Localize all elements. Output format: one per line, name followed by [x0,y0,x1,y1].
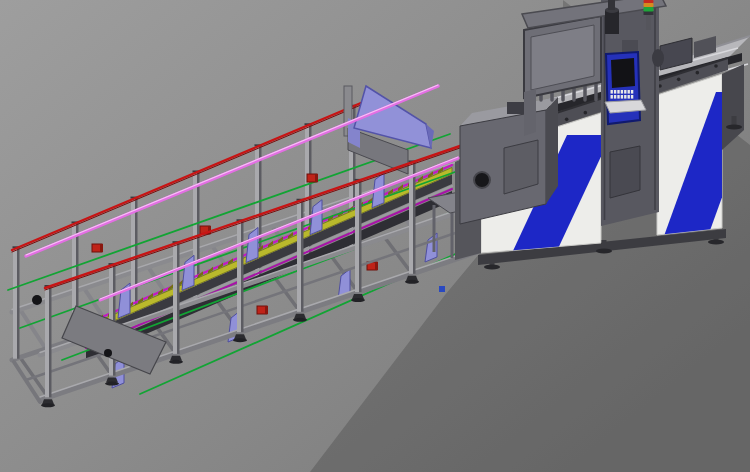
signal-light-green [644,7,654,12]
foot-pad [105,382,119,386]
chuck-side [546,97,558,204]
key [611,90,613,94]
foot-pad [293,318,307,322]
signal-light-red [644,0,654,3]
front-post [45,287,49,397]
end-roller [32,295,42,305]
front-post-shade [413,162,416,273]
bolt [677,78,681,82]
rotary-chuck-cylinder [652,49,664,67]
chuck-bore [474,172,490,188]
end-roller [104,349,112,357]
key [628,95,630,99]
coolant-box [439,286,445,292]
signal-light-amber [644,3,654,7]
servo-cylinder [605,10,619,34]
machine-foot-pad [708,240,724,245]
key [614,95,616,99]
key [614,90,616,94]
key [617,95,619,99]
motor-end [315,174,318,182]
key [631,95,633,99]
motor-end [375,262,378,270]
chuck-access-plate [504,140,538,194]
front-post [237,221,241,332]
cad-viewport [0,0,750,472]
machine-foot-pad [484,265,500,270]
key [624,95,626,99]
machine-render [0,0,750,472]
signal-base [644,11,654,15]
foot-pad [351,298,365,302]
foot-pad [41,403,55,407]
foot-pad [233,338,247,342]
control-screen [611,58,635,88]
bolt [696,71,700,75]
key [617,90,619,94]
bolt [714,64,718,68]
key [631,90,633,94]
front-post-shade [301,201,304,312]
back-post [13,248,17,358]
chuck-housing [460,97,558,224]
back-post-shade [17,248,20,358]
machine-foot-pad [726,125,742,130]
key [628,90,630,94]
gantry-leg [524,89,536,136]
foot-pad [405,280,419,284]
front-post-shade [241,221,244,332]
key [624,90,626,94]
servo-cylinder-top [608,0,615,10]
front-post [297,201,301,312]
front-post [409,162,413,273]
bolt [584,111,588,115]
foot-pad [169,360,183,364]
tower-vent-door [610,146,640,198]
signal-pole [646,14,651,30]
front-post [173,243,177,354]
motor-end [100,244,103,252]
key [621,90,623,94]
bolt [565,118,569,122]
key [611,95,613,99]
machine-foot-pad [596,249,612,254]
key [621,95,623,99]
front-post-shade [177,243,180,354]
front-post-shade [49,287,52,397]
motor-end [265,306,268,314]
